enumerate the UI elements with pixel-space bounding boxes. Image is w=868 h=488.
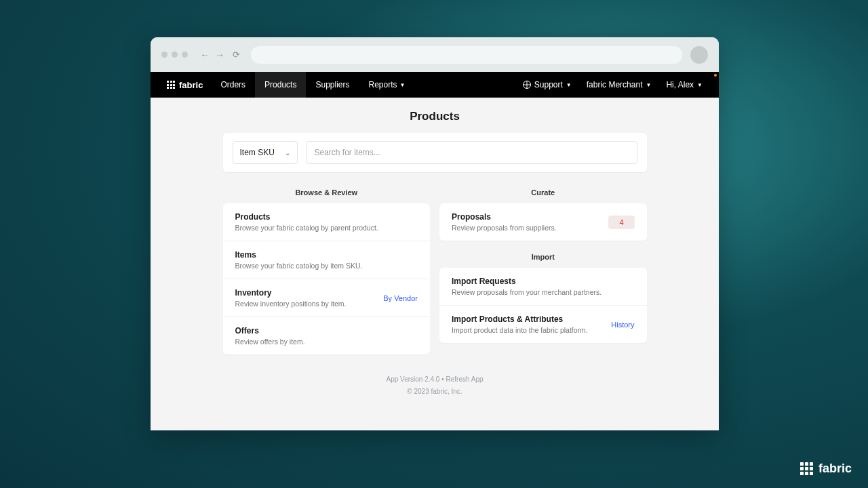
import-list: Import Requests Review proposals from yo… [439, 268, 647, 343]
brand-logo[interactable]: fabric [167, 80, 203, 90]
window-controls[interactable] [161, 52, 188, 58]
refresh-app-link[interactable]: Refresh App [446, 375, 483, 383]
merchant-menu[interactable]: fabric Merchant ▼ [587, 80, 652, 89]
chevron-down-icon: ▼ [566, 82, 572, 88]
footer: App Version 2.4.0 • Refresh App © 2023 f… [151, 354, 719, 398]
section-title-browse: Browse & Review [223, 184, 431, 203]
card-import-products[interactable]: Import Products & Attributes Import prod… [439, 306, 647, 343]
notification-dot [714, 74, 717, 77]
page-content: Products Item SKU ⌄ Browse & Review Prod… [151, 98, 719, 430]
user-menu[interactable]: Hi, Alex ▼ [666, 80, 703, 89]
card-title: Items [235, 250, 363, 260]
card-desc: Review proposals from your merchant part… [452, 288, 601, 296]
search-input[interactable] [306, 141, 637, 164]
card-title: Proposals [452, 212, 557, 222]
card-title: Import Products & Attributes [452, 314, 588, 324]
card-desc: Import product data into the fabric plat… [452, 326, 588, 334]
card-title: Inventory [235, 288, 347, 298]
browse-list: Products Browse your fabric catalog by p… [223, 203, 431, 354]
forward-icon[interactable]: → [215, 49, 224, 60]
card-title: Products [235, 212, 378, 222]
profile-avatar[interactable] [690, 46, 708, 64]
chevron-down-icon: ⌄ [285, 149, 290, 157]
brand-text: fabric [179, 80, 203, 90]
grid-icon [800, 462, 813, 475]
close-dot[interactable] [161, 52, 167, 58]
browse-column: Browse & Review Products Browse your fab… [223, 184, 431, 354]
chevron-down-icon: ▼ [646, 82, 651, 88]
card-products[interactable]: Products Browse your fabric catalog by p… [223, 203, 431, 241]
card-title: Offers [235, 326, 305, 336]
nav-products[interactable]: Products [255, 72, 306, 98]
grid-icon [167, 81, 175, 89]
support-menu[interactable]: Support ▼ [523, 80, 572, 89]
watermark: fabric [800, 462, 852, 476]
browser-chrome: ← → ⟳ [151, 37, 719, 72]
curate-list: Proposals Review proposals from supplier… [439, 203, 647, 241]
url-bar[interactable] [251, 46, 682, 64]
card-desc: Review proposals from suppliers. [452, 224, 557, 232]
search-type-select[interactable]: Item SKU ⌄ [233, 141, 298, 164]
by-vendor-link[interactable]: By Vendor [383, 294, 418, 302]
back-icon[interactable]: ← [200, 49, 210, 60]
card-items[interactable]: Items Browse your fabric catalog by item… [223, 241, 431, 279]
nav-orders[interactable]: Orders [211, 72, 255, 98]
card-inventory[interactable]: Inventory Review inventory positions by … [223, 279, 431, 317]
card-title: Import Requests [452, 277, 601, 286]
card-desc: Review offers by item. [235, 338, 305, 346]
top-nav: fabric Orders Products Suppliers Reports… [151, 72, 719, 98]
proposals-badge: 4 [608, 216, 634, 229]
section-title-import: Import [439, 249, 647, 268]
reload-icon[interactable]: ⟳ [233, 49, 240, 60]
page-title: Products [151, 98, 719, 133]
search-panel: Item SKU ⌄ [223, 133, 647, 172]
maximize-dot[interactable] [182, 52, 188, 58]
card-import-requests[interactable]: Import Requests Review proposals from yo… [439, 268, 647, 306]
history-link[interactable]: History [611, 321, 634, 329]
watermark-text: fabric [818, 462, 852, 476]
chevron-down-icon: ▼ [697, 82, 703, 88]
browser-window: ← → ⟳ fabric Orders Products Suppliers R… [151, 37, 719, 430]
nav-suppliers[interactable]: Suppliers [306, 72, 359, 98]
chevron-down-icon: ▼ [400, 82, 406, 88]
nav-reports[interactable]: Reports▼ [359, 72, 414, 98]
card-desc: Browse your fabric catalog by item SKU. [235, 262, 363, 270]
card-desc: Browse your fabric catalog by parent pro… [235, 224, 378, 232]
section-title-curate: Curate [439, 184, 647, 203]
copyright: © 2023 fabric, Inc. [151, 386, 719, 398]
minimize-dot[interactable] [172, 52, 178, 58]
card-proposals[interactable]: Proposals Review proposals from supplier… [439, 203, 647, 241]
card-offers[interactable]: Offers Review offers by item. [223, 317, 431, 354]
app-version: App Version 2.4.0 [386, 375, 439, 383]
select-label: Item SKU [240, 148, 275, 157]
globe-icon [523, 81, 531, 89]
curate-import-column: Curate Proposals Review proposals from s… [439, 184, 647, 354]
card-desc: Review inventory positions by item. [235, 300, 347, 308]
